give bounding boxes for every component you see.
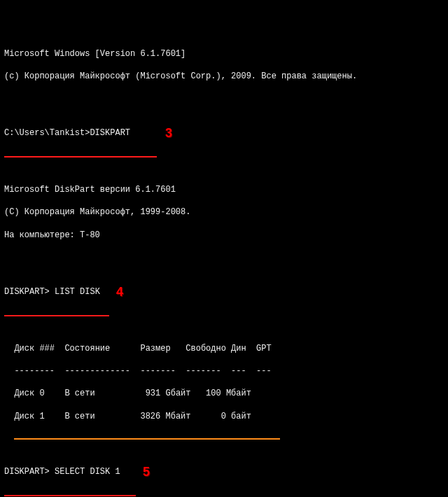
listdisk-row0: Диск 0 В сети 931 Gбайт 100 Mбайт <box>4 388 444 399</box>
cmd-line-selectdisk: DISKPART> SELECT DISK 15 <box>4 466 444 477</box>
listdisk-sep: -------- ------------- ------- ------- -… <box>4 365 444 377</box>
cmd-line-listdisk: DISKPART> LIST DISK4 <box>4 286 444 298</box>
diskpart-copyright: (C) Корпорация Майкрософт, 1999-2008. <box>4 206 444 218</box>
win-copyright: (c) Корпорация Майкрософт (Microsoft Cor… <box>4 71 444 82</box>
prompt: C:\Users\Tankist> <box>4 128 90 138</box>
command: DISKPART <box>90 128 130 138</box>
listdisk-header: Диск ### Состояние Размер Свободно Дин G… <box>4 343 444 354</box>
annotation-4: 4 <box>116 284 123 300</box>
win-version: Microsoft Windows [Version 6.1.7601] <box>4 48 444 59</box>
diskpart-version: Microsoft DiskPart версии 6.1.7601 <box>4 184 444 195</box>
listdisk-row1: Диск 1 В сети 3826 Mбайт 0 байт <box>4 411 444 422</box>
cmd-line-diskpart: C:\Users\Tankist>DISKPART3 <box>4 127 444 139</box>
annotation-5: 5 <box>143 463 150 480</box>
diskpart-host: На компьютере: T-80 <box>4 230 444 241</box>
annotation-3: 3 <box>165 125 172 141</box>
